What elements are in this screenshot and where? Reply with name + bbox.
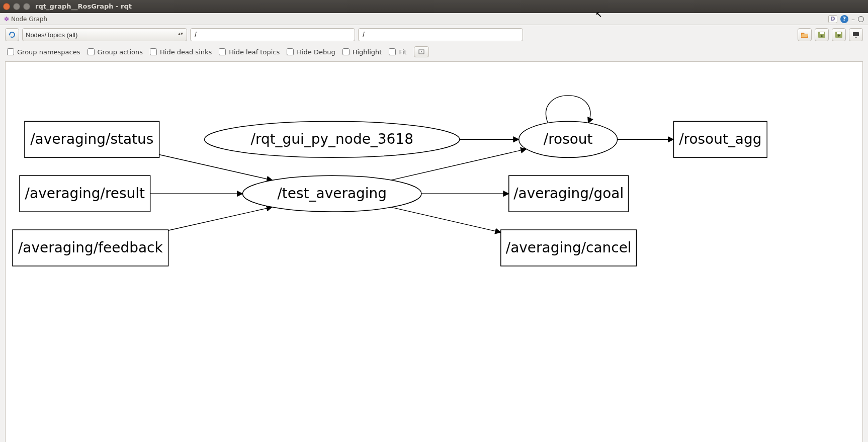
highlight-label: Highlight	[353, 48, 382, 56]
hide-debug-label: Hide Debug	[297, 48, 335, 56]
close-icon[interactable]	[3, 3, 10, 10]
hide-dead-sinks-checkbox[interactable]: Hide dead sinks	[150, 48, 212, 56]
dock-button[interactable]: D	[828, 15, 837, 23]
plugin-icon: ✽	[4, 16, 9, 23]
fit-checkbox[interactable]: Fit	[389, 48, 406, 56]
group-actions-label: Group actions	[98, 48, 143, 56]
zoom-reset-button[interactable]	[414, 46, 429, 57]
window-title: rqt_graph__RosGraph - rqt	[35, 3, 132, 10]
window-controls	[3, 3, 30, 10]
save-as-icon	[835, 31, 843, 38]
minimize-icon[interactable]	[13, 3, 20, 10]
folder-open-icon	[801, 31, 809, 38]
options-row: Group namespaces Group actions Hide dead…	[0, 44, 868, 61]
save-button[interactable]	[815, 28, 829, 41]
graph-node-label: /rosout	[544, 131, 593, 147]
graph-node-label: /rqt_gui_py_node_3618	[251, 131, 413, 147]
plugin-header: ✽ Node Graph D ? –	[0, 13, 868, 25]
mode-select[interactable]: Nodes/Topics (all)	[22, 28, 187, 41]
hide-debug-checkbox[interactable]: Hide Debug	[287, 48, 335, 56]
hide-leaf-topics-checkbox[interactable]: Hide leaf topics	[219, 48, 280, 56]
open-button[interactable]	[798, 28, 812, 41]
graph-edge	[546, 96, 590, 123]
window-titlebar: rqt_graph__RosGraph - rqt ↖	[0, 0, 868, 13]
node-filter-input[interactable]	[190, 28, 355, 41]
mode-select-wrap: Nodes/Topics (all) ▴▾	[22, 28, 187, 41]
graph-node-label: /averaging/status	[30, 131, 153, 147]
help-icon[interactable]: ?	[840, 15, 848, 23]
monitor-icon	[852, 31, 860, 38]
topic-filter-input[interactable]	[358, 28, 523, 41]
save-icon	[818, 31, 826, 38]
fit-label: Fit	[399, 48, 406, 56]
close-plugin-icon[interactable]	[858, 16, 864, 22]
graph-canvas[interactable]: /rqt_gui_py_node_3618/test_averaging/ros…	[5, 61, 863, 442]
svg-rect-4	[853, 32, 859, 36]
graph-node-label: /averaging/result	[25, 185, 145, 202]
zoom-reset-icon	[418, 49, 425, 55]
graph-edge	[159, 155, 273, 181]
graph-node-label: /averaging/goal	[513, 185, 624, 202]
graph-svg: /rqt_gui_py_node_3618/test_averaging/ros…	[6, 62, 862, 442]
group-namespaces-label: Group namespaces	[17, 48, 80, 56]
hide-leaf-topics-label: Hide leaf topics	[229, 48, 280, 56]
graph-node-label: /averaging/cancel	[506, 239, 632, 256]
graph-edge	[168, 207, 273, 230]
screenshot-button[interactable]	[849, 28, 863, 41]
group-actions-checkbox[interactable]: Group actions	[88, 48, 143, 56]
refresh-icon	[8, 31, 16, 39]
svg-point-7	[421, 51, 422, 52]
plugin-title: Node Graph	[11, 16, 47, 23]
graph-edge	[391, 207, 501, 232]
group-namespaces-checkbox[interactable]: Group namespaces	[7, 48, 80, 56]
highlight-checkbox[interactable]: Highlight	[342, 48, 382, 56]
graph-node-label: /rosout_agg	[679, 131, 761, 147]
svg-rect-3	[837, 32, 841, 34]
minimize-plugin-icon[interactable]: –	[851, 15, 855, 23]
hide-dead-sinks-label: Hide dead sinks	[160, 48, 212, 56]
refresh-button[interactable]	[5, 28, 19, 41]
save-as-button[interactable]	[832, 28, 846, 41]
graph-node-label: /test_averaging	[277, 185, 387, 202]
svg-rect-1	[820, 32, 824, 34]
graph-node-label: /averaging/feedback	[18, 239, 163, 256]
toolbar: Nodes/Topics (all) ▴▾	[0, 25, 868, 44]
svg-rect-5	[855, 37, 857, 38]
maximize-icon[interactable]	[23, 3, 30, 10]
